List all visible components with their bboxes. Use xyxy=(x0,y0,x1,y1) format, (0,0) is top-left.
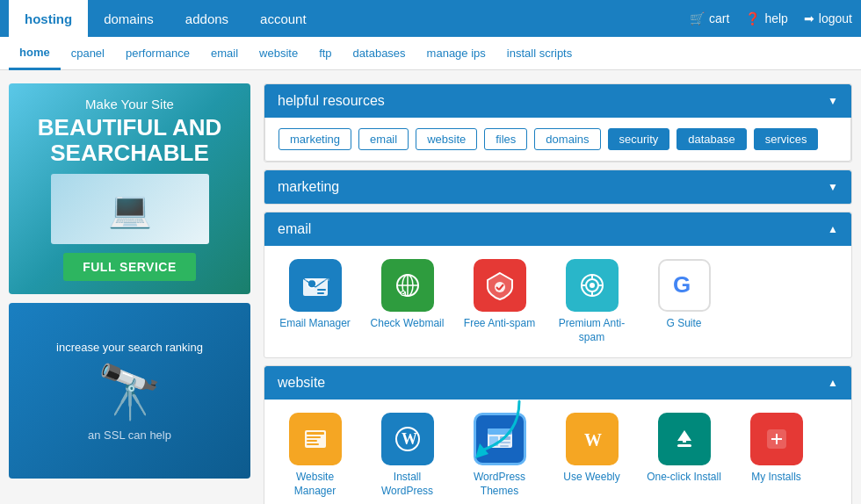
banner1-title: Make Your Site xyxy=(85,97,174,112)
website-manager-label: Website Manager xyxy=(278,471,352,498)
nav-account[interactable]: account xyxy=(244,0,322,37)
marketing-section: marketing ▼ xyxy=(264,169,852,205)
subnav-performance[interactable]: performance xyxy=(115,37,200,70)
email-title: email xyxy=(278,221,311,237)
marketing-header[interactable]: marketing ▼ xyxy=(264,170,851,204)
app-one-click-install[interactable]: One-click Install xyxy=(647,413,721,498)
svg-text:G: G xyxy=(673,271,691,298)
app-gsuite[interactable]: G G Suite xyxy=(647,259,721,344)
svg-text:W: W xyxy=(402,430,417,448)
subnav-email[interactable]: email xyxy=(200,37,249,70)
svg-rect-5 xyxy=(317,292,324,294)
sidebar-banner-2: increase your search ranking 🔭 an SSL ca… xyxy=(9,303,250,479)
tag-email[interactable]: email xyxy=(358,128,409,150)
content: helpful resources ▼ marketing email webs… xyxy=(264,83,852,504)
subnav-databases[interactable]: databases xyxy=(343,37,416,70)
svg-point-15 xyxy=(495,282,505,292)
svg-rect-36 xyxy=(489,436,498,446)
marketing-chevron: ▼ xyxy=(828,181,838,193)
tag-database[interactable]: database xyxy=(676,128,747,150)
one-click-install-icon xyxy=(658,413,711,465)
svg-rect-4 xyxy=(317,289,326,291)
app-email-manager[interactable]: Email Manager xyxy=(278,259,352,344)
use-weebly-icon: W xyxy=(566,413,619,465)
website-header[interactable]: website ▲ xyxy=(264,366,851,400)
install-wordpress-label: Install WordPress xyxy=(370,471,445,498)
svg-rect-35 xyxy=(488,428,512,435)
app-premium-antispam[interactable]: Premium Anti-spam xyxy=(554,259,629,344)
subnav-ftp[interactable]: ftp xyxy=(308,37,342,70)
gsuite-icon: G xyxy=(658,259,711,312)
one-click-install-label: One-click Install xyxy=(647,471,721,485)
nav-hosting[interactable]: hosting xyxy=(9,0,88,37)
nav-help[interactable]: ❓ help xyxy=(745,11,787,25)
top-nav: hosting domains addons account 🛒 cart ❓ … xyxy=(0,0,861,37)
top-nav-right: 🛒 cart ❓ help ➡ logout xyxy=(690,11,852,25)
banner2-img: 🔭 xyxy=(97,361,163,423)
sidebar: Make Your Site BEAUTIFUL AND SEARCHABLE … xyxy=(9,83,250,479)
helpful-resources-chevron: ▼ xyxy=(828,95,838,107)
free-antispam-label: Free Anti-spam xyxy=(464,317,535,331)
tag-files[interactable]: files xyxy=(484,128,527,150)
svg-rect-38 xyxy=(500,442,510,443)
nav-addons[interactable]: addons xyxy=(170,0,244,37)
subnav-website[interactable]: website xyxy=(249,37,308,70)
wordpress-themes-icon xyxy=(474,413,526,465)
nav-logout[interactable]: ➡ logout xyxy=(804,11,852,25)
app-wordpress-themes[interactable]: WordPress Themes xyxy=(462,413,537,498)
helpful-resources-header[interactable]: helpful resources ▼ xyxy=(264,84,851,118)
tag-domains[interactable]: domains xyxy=(534,128,600,150)
sidebar-banner-1: Make Your Site BEAUTIFUL AND SEARCHABLE … xyxy=(9,83,250,294)
svg-rect-30 xyxy=(307,440,317,442)
subnav-cpanel[interactable]: cpanel xyxy=(61,37,115,70)
website-chevron: ▲ xyxy=(828,377,838,389)
btn-full-service[interactable]: FULL SERVICE xyxy=(63,253,196,281)
sub-nav: home cpanel performance email website ft… xyxy=(0,37,861,70)
nav-domains[interactable]: domains xyxy=(88,0,170,37)
banner2-text: an SSL can help xyxy=(88,428,171,442)
subnav-install-scripts[interactable]: install scripts xyxy=(496,37,582,70)
app-my-installs[interactable]: My Installs xyxy=(739,413,814,498)
banner1-img: 💻 xyxy=(51,174,209,244)
tag-marketing[interactable]: marketing xyxy=(279,128,351,150)
nav-cart[interactable]: 🛒 cart xyxy=(690,11,729,25)
my-installs-label: My Installs xyxy=(751,471,801,485)
app-check-webmail[interactable]: Check Webmail xyxy=(370,259,445,344)
email-manager-label: Email Manager xyxy=(279,317,351,331)
svg-rect-28 xyxy=(307,432,324,435)
subnav-manage-ips[interactable]: manage ips xyxy=(416,37,496,70)
helpful-resources-section: helpful resources ▼ marketing email webs… xyxy=(264,83,852,162)
gsuite-label: G Suite xyxy=(666,317,701,331)
website-manager-icon xyxy=(289,413,342,465)
tag-security[interactable]: security xyxy=(608,128,670,150)
my-installs-icon xyxy=(750,413,803,465)
use-weebly-label: Use Weebly xyxy=(563,471,619,485)
check-webmail-label: Check Webmail xyxy=(371,317,445,331)
website-section: website ▲ xyxy=(264,365,852,504)
tag-website[interactable]: website xyxy=(416,128,477,150)
email-manager-icon xyxy=(289,259,342,312)
svg-rect-6 xyxy=(305,278,329,281)
website-title: website xyxy=(278,375,325,391)
app-use-weebly[interactable]: W Use Weebly xyxy=(554,413,629,498)
subnav-home[interactable]: home xyxy=(9,37,61,70)
marketing-title: marketing xyxy=(278,179,339,195)
email-apps: Email Manager xyxy=(264,246,851,357)
tag-services[interactable]: services xyxy=(754,128,819,150)
email-header[interactable]: email ▲ xyxy=(264,212,851,246)
check-webmail-icon xyxy=(381,259,434,312)
svg-rect-43 xyxy=(683,436,686,443)
svg-rect-29 xyxy=(307,436,321,438)
email-section: email ▲ xyxy=(264,212,852,358)
premium-antispam-label: Premium Anti-spam xyxy=(554,317,629,344)
banner2-title: increase your search ranking xyxy=(56,341,203,354)
website-apps: Website Manager W Install WordPress xyxy=(264,400,851,504)
helpful-resources-title: helpful resources xyxy=(278,93,385,109)
wordpress-themes-label: WordPress Themes xyxy=(462,471,537,498)
svg-text:W: W xyxy=(584,430,602,450)
svg-point-20 xyxy=(590,283,595,288)
install-wordpress-icon: W xyxy=(381,413,434,465)
app-free-antispam[interactable]: Free Anti-spam xyxy=(462,259,537,344)
app-website-manager[interactable]: Website Manager xyxy=(278,413,352,498)
app-install-wordpress[interactable]: W Install WordPress xyxy=(370,413,445,498)
